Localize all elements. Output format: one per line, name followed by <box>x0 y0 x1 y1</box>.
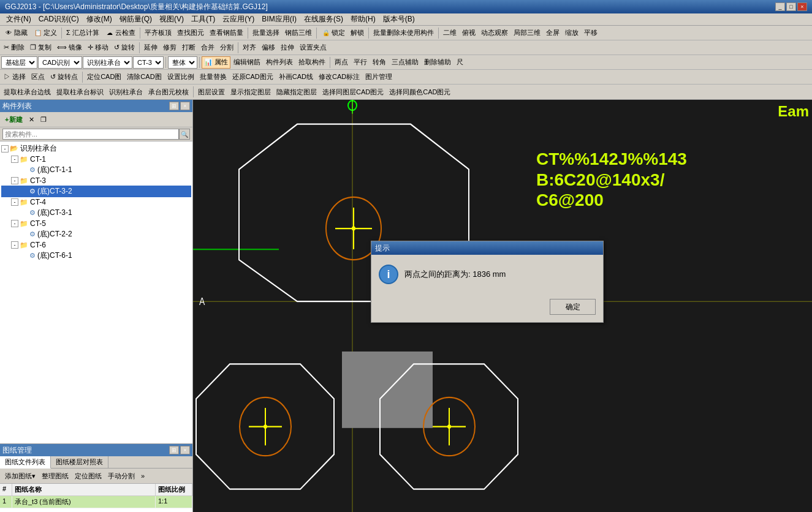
local3d-btn[interactable]: 局部三维 <box>511 27 543 39</box>
lock-btn[interactable]: 🔒锁定 <box>319 27 347 39</box>
stretch-btn[interactable]: 拉伸 <box>278 42 297 54</box>
same-layer-btn[interactable]: 选择同图层CAD图元 <box>320 86 386 98</box>
dm-tab-files[interactable]: 图纸文件列表 <box>0 456 51 469</box>
batch-select-btn[interactable]: 批量选择 <box>250 27 282 39</box>
cad-mode-dropdown[interactable]: CAD识别 <box>38 56 82 69</box>
extract-edge-btn[interactable]: 提取柱承台边线 <box>1 86 53 98</box>
menu-item-cloud[interactable]: 云应用(Y) <box>219 13 258 25</box>
parallel-btn[interactable]: 平行 <box>351 56 370 69</box>
edit-cad-dim-btn[interactable]: 修改CAD标注 <box>316 71 362 83</box>
delete-btn[interactable]: ✂ 删除 <box>1 42 27 54</box>
pick-comp-btn[interactable]: 拾取构件 <box>296 56 328 69</box>
next-btn[interactable]: 尺 <box>454 56 466 69</box>
tree-node-CT-3[interactable]: -📁CT-3 <box>1 176 191 186</box>
merge-btn[interactable]: 合并 <box>199 42 217 54</box>
pan-btn[interactable]: 平移 <box>582 27 600 39</box>
tree-node-底CT-1-1[interactable]: ⚙(底)CT-1-1 <box>1 164 191 176</box>
two-point-btn[interactable]: 两点 <box>332 56 351 69</box>
same-color-btn[interactable]: 选择同颜色CAD图元 <box>387 86 453 98</box>
set-scale-btn[interactable]: 设置比例 <box>165 71 197 83</box>
unlock-btn[interactable]: 解锁 <box>348 27 366 39</box>
panel-close-btn[interactable]: × <box>180 102 190 110</box>
tree-expand-icon[interactable]: - <box>11 241 18 249</box>
top-view-btn[interactable]: 俯视 <box>460 27 478 39</box>
align2-btn[interactable]: 对齐 <box>240 42 259 54</box>
trim-btn[interactable]: 修剪 <box>161 42 179 54</box>
menu-item-modify[interactable]: 修改(M) <box>83 13 116 25</box>
menu-item-view[interactable]: 视图(V) <box>156 13 188 25</box>
orbit-btn[interactable]: 动态观察 <box>479 27 510 39</box>
dm-tab-floors[interactable]: 图纸楼层对照表 <box>51 456 108 468</box>
panel-dock-btn[interactable]: ⊞ <box>169 102 179 110</box>
menu-item-bim[interactable]: BIM应用(I) <box>258 13 300 25</box>
tree-node-识别柱承台[interactable]: -📂识别柱承台 <box>1 143 191 154</box>
dm-close-btn[interactable]: × <box>180 446 190 454</box>
dm-row-1[interactable]: 1 承台_t3 (当前图纸) 1:1 <box>0 496 192 508</box>
define-btn[interactable]: 📋定义 <box>31 27 59 39</box>
menu-item-tools[interactable]: 工具(T) <box>188 13 219 25</box>
tree-expand-icon[interactable]: - <box>11 156 18 163</box>
menu-item-help[interactable]: 帮助(H) <box>347 13 379 25</box>
tree-expand-icon[interactable]: - <box>11 177 18 184</box>
close-btn[interactable]: × <box>797 2 807 11</box>
restore-cad-btn[interactable]: 还原CAD图元 <box>230 71 276 83</box>
tree-node-CT-4[interactable]: -📁CT-4 <box>1 197 191 207</box>
select-btn[interactable]: ▷ 选择 <box>1 71 28 83</box>
tree-node-底CT-2-2[interactable]: ⚙(底)CT-2-2 <box>1 228 191 240</box>
menu-item-online[interactable]: 在线服务(S) <box>300 13 347 25</box>
new-comp-btn[interactable]: + 新建 <box>2 113 25 126</box>
move-btn[interactable]: ✛ 移动 <box>85 42 111 54</box>
tree-node-CT-6[interactable]: -📁CT-6 <box>1 240 191 250</box>
search-button[interactable]: 🔍 <box>179 129 190 140</box>
whole-dropdown[interactable]: 整体 <box>168 56 197 69</box>
three-point-btn[interactable]: 三点辅助 <box>389 56 421 69</box>
property-btn[interactable]: 📊 属性 <box>202 56 230 69</box>
search-input[interactable] <box>2 129 179 140</box>
tree-expand-icon[interactable]: - <box>1 145 9 152</box>
recognize-dropdown[interactable]: 识别柱承台 <box>83 56 132 69</box>
align-top-btn[interactable]: 平齐板顶 <box>142 27 174 39</box>
show-layer-btn[interactable]: 显示指定图层 <box>228 86 273 98</box>
tree-node-底CT-6-1[interactable]: ⚙(底)CT-6-1 <box>1 250 191 262</box>
ok-button[interactable]: 确定 <box>550 299 596 315</box>
grip-btn[interactable]: 设置夹点 <box>297 42 329 54</box>
dm-more-btn[interactable]: » <box>138 470 147 482</box>
offset-btn[interactable]: 偏移 <box>259 42 278 54</box>
locate-cad-btn[interactable]: 定位CAD图 <box>85 71 124 83</box>
area-point-btn[interactable]: 区点 <box>29 71 47 83</box>
break-btn[interactable]: 打断 <box>180 42 198 54</box>
maximize-btn[interactable]: □ <box>786 2 796 11</box>
minimize-btn[interactable]: _ <box>775 2 785 11</box>
tree-expand-icon[interactable]: - <box>11 198 18 206</box>
check-cap-btn[interactable]: 承台图元校核 <box>146 86 191 98</box>
locate-drawing-btn[interactable]: 定位图纸 <box>72 470 104 482</box>
del-aux-btn[interactable]: 删除辅助 <box>422 56 453 69</box>
layer-settings-btn[interactable]: 图层设置 <box>195 86 227 98</box>
copy-btn[interactable]: ❐ 复制 <box>28 42 54 54</box>
view-rebar-btn[interactable]: 查看钢筋量 <box>207 27 246 39</box>
layer-dropdown[interactable]: 基础层 <box>1 56 37 69</box>
menu-item-cad[interactable]: CAD识别(C) <box>35 13 83 25</box>
2d-btn[interactable]: 二维 <box>441 27 459 39</box>
rotate-btn[interactable]: ↺ 旋转 <box>112 42 137 54</box>
copy-comp-btn[interactable]: ❐ <box>38 113 49 126</box>
add-drawing-btn[interactable]: 添加图纸▾ <box>2 470 38 482</box>
find-elem-btn[interactable]: 查找图元 <box>175 27 207 39</box>
ct-dropdown[interactable]: CT-3 <box>133 56 164 69</box>
canvas-area[interactable]: A 1218 1568 <box>193 100 812 512</box>
batch-replace-btn[interactable]: 批量替换 <box>197 71 229 83</box>
del-comp-btn[interactable]: ✕ <box>26 113 37 126</box>
recog-cap-btn[interactable]: 识别柱承台 <box>107 86 145 98</box>
comp-list-btn[interactable]: 构件列表 <box>264 56 295 69</box>
img-mgr-btn[interactable]: 图片管理 <box>363 71 395 83</box>
add-cad-line-btn[interactable]: 补画CAD线 <box>276 71 316 83</box>
tree-node-底CT-3-2[interactable]: ⚙(底)CT-3-2 <box>1 186 191 197</box>
tree-node-底CT-3-1[interactable]: ⚙(底)CT-3-1 <box>1 207 191 219</box>
fullscreen-btn[interactable]: 全屏 <box>544 27 562 39</box>
dm-dock-btn[interactable]: ⊞ <box>169 446 179 454</box>
extract-label-btn[interactable]: 提取柱承台标识 <box>54 86 106 98</box>
manual-split-btn[interactable]: 手动分割 <box>105 470 137 482</box>
menu-item-version[interactable]: 版本号(B) <box>379 13 419 25</box>
sum-btn[interactable]: Σ 汇总计算 <box>64 27 102 39</box>
edit-rebar-btn[interactable]: 编辑钢筋 <box>231 56 263 69</box>
